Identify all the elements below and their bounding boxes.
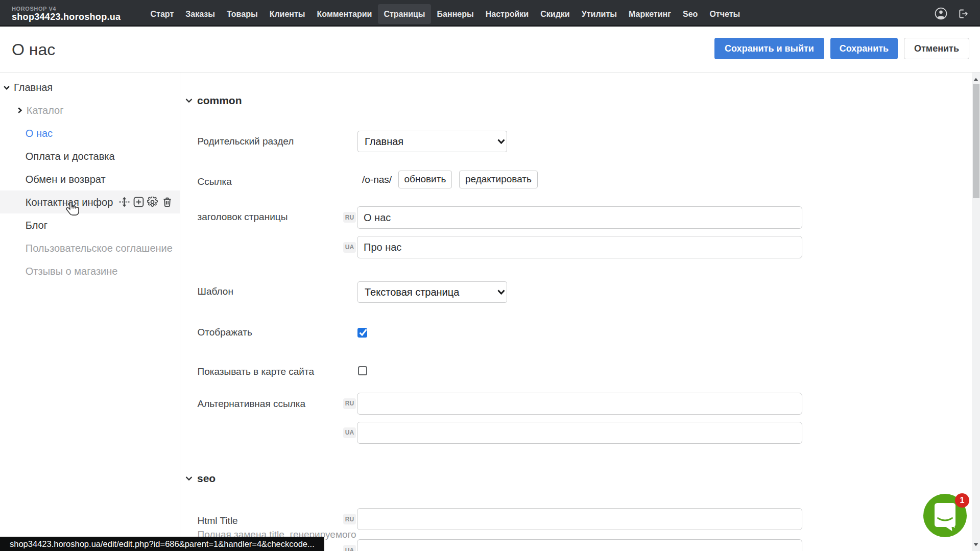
menu-item-7[interactable]: Баннеры [431,4,480,24]
save-button[interactable]: Сохранить [830,38,898,59]
menu-item-4[interactable]: Клиенты [264,4,311,24]
tree-item-4[interactable]: Оплата и доставка [0,145,180,167]
lang-tag-ua: UA [343,545,356,551]
chevron-right-icon[interactable] [18,107,22,113]
alt-link-ua-input[interactable] [357,422,802,444]
add-icon[interactable] [133,197,144,207]
html-title-label: Html Title [198,515,238,526]
scroll-up-icon[interactable] [973,78,978,81]
lang-tag-ua: UA [343,427,356,438]
tree-item-2[interactable]: Каталог [0,99,180,122]
lang-tag-ru: RU [343,398,356,409]
section-common[interactable]: common [185,94,242,107]
vertical-scrollbar[interactable] [972,73,980,551]
lang-tag-ru: RU [343,514,356,524]
tree-item-label: Обмен и возврат [26,173,106,185]
page-title-ua-input[interactable] [357,236,802,258]
pages-tree-sidebar: ГлавнаяКаталогО насОплата и доставкаОбме… [0,73,180,551]
tree-item-label: Главная [14,81,53,93]
logo-domain: shop34423.horoshop.ua [12,12,121,22]
alt-link-label: Альтернативная ссылка [198,398,306,410]
settings-icon[interactable] [147,197,158,207]
tree-item-label: О нас [26,127,53,139]
menu-item-9[interactable]: Скидки [535,4,576,24]
logout-icon[interactable] [958,9,968,19]
menu-item-3[interactable]: Товары [221,4,264,24]
header-buttons: Сохранить и выйти Сохранить Отменить [714,38,969,59]
parent-section-select[interactable]: Главная [357,131,507,152]
menu-item-11[interactable]: Маркетинг [623,4,677,24]
html-title-ru-input[interactable] [357,508,802,530]
link-value: /o-nas/ [362,174,392,185]
account-icon[interactable] [935,7,947,20]
mouse-cursor [66,201,79,218]
logo-version: HOROSHOP V4 [12,6,121,12]
status-url-tooltip: shop34423.horoshop.ua/edit/edit.php?id=6… [0,537,324,551]
tree-item-8[interactable]: Пользовательское соглашение [0,236,180,259]
chevron-down-icon [185,476,193,481]
chat-unread-badge: 1 [955,493,969,508]
html-title-ua-input[interactable] [357,539,802,551]
app-logo[interactable]: HOROSHOP V4 shop34423.horoshop.ua [12,6,121,22]
scrollbar-thumb[interactable] [973,84,979,198]
menu-item-1[interactable]: Старт [145,4,180,24]
move-icon[interactable] [119,197,130,207]
tree-item-label: Блог [26,219,47,231]
link-label: Ссылка [198,176,232,187]
lang-tag-ua: UA [343,242,356,253]
tree-item-label: Пользовательское соглашение [26,242,173,254]
chevron-down-icon [185,99,193,103]
tree-item-9[interactable]: Отзывы о магазине [0,259,180,282]
tree-item-1[interactable]: Главная [0,76,180,99]
parent-section-label: Родительский раздел [198,135,294,147]
menu-item-5[interactable]: Комментарии [311,4,378,24]
link-update-button[interactable]: обновить [398,171,452,188]
template-label: Шаблон [198,285,233,297]
main-form: common Родительский раздел Главная Ссылк… [180,73,969,551]
check-icon [358,328,367,336]
page-header: О нас Сохранить и выйти Сохранить Отмени… [0,27,980,73]
page-title-ru-input[interactable] [357,206,802,229]
menu-item-8[interactable]: Настройки [480,4,535,24]
section-seo[interactable]: seo [185,472,216,485]
link-edit-button[interactable]: редактировать [459,171,538,188]
top-navigation-bar: HOROSHOP V4 shop34423.horoshop.ua СтартЗ… [0,0,980,27]
menu-item-6[interactable]: Страницы [378,4,431,24]
page-title: О нас [12,40,55,59]
template-select[interactable]: Текстовая страница [357,281,507,303]
menu-item-12[interactable]: Seo [677,4,703,24]
tree-item-label: Отзывы о магазине [26,265,118,277]
tree-item-7[interactable]: Блог [0,213,180,236]
tree-item-6[interactable]: Контактная инфор [0,190,180,213]
scroll-down-icon[interactable] [973,543,978,546]
display-label: Отображать [198,326,252,338]
tree-item-3[interactable]: О нас [0,122,180,145]
sitemap-checkbox[interactable] [358,366,367,375]
page-title-label: заголовок страницы [198,211,288,223]
lang-tag-ru: RU [343,212,356,223]
alt-link-ru-input[interactable] [357,393,802,415]
tree-item-label: Каталог [27,104,64,116]
menu-item-2[interactable]: Заказы [180,4,221,24]
delete-icon[interactable] [162,197,173,207]
tree-item-5[interactable]: Обмен и возврат [0,167,180,190]
chevron-down-icon[interactable] [4,86,10,90]
main-menu: СтартЗаказыТоварыКлиентыКомментарииСтран… [145,4,746,24]
cancel-button[interactable]: Отменить [904,38,969,59]
display-checkbox[interactable] [357,328,367,338]
tree-item-label: Оплата и доставка [26,150,115,162]
save-and-exit-button[interactable]: Сохранить и выйти [714,38,824,59]
menu-item-13[interactable]: Отчеты [704,4,746,24]
menu-item-10[interactable]: Утилиты [576,4,623,24]
sitemap-label: Показывать в карте сайта [198,366,314,377]
